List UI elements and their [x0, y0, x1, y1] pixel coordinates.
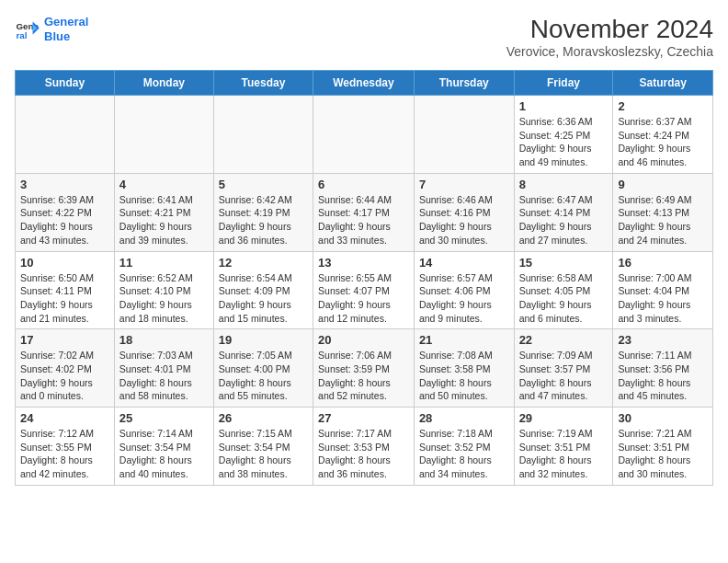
day-number: 1 [519, 99, 609, 113]
day-info: Sunrise: 7:06 AM Sunset: 3:59 PM Dayligh… [318, 349, 409, 403]
day-number: 21 [419, 333, 509, 347]
calendar-cell: 21Sunrise: 7:08 AM Sunset: 3:58 PM Dayli… [414, 329, 514, 408]
calendar-cell: 24Sunrise: 7:12 AM Sunset: 3:55 PM Dayli… [16, 408, 115, 486]
day-number: 30 [618, 411, 708, 425]
weekday-header-sunday: Sunday [16, 71, 115, 96]
day-number: 7 [419, 178, 509, 191]
day-number: 9 [618, 178, 708, 191]
day-info: Sunrise: 6:58 AM Sunset: 4:05 PM Dayligh… [519, 271, 609, 326]
day-number: 13 [318, 256, 409, 270]
calendar-week-3: 10Sunrise: 6:50 AM Sunset: 4:11 PM Dayli… [16, 251, 713, 329]
day-number: 4 [119, 178, 209, 191]
day-number: 10 [20, 256, 109, 270]
day-number: 22 [519, 333, 609, 347]
day-info: Sunrise: 6:57 AM Sunset: 4:06 PM Dayligh… [419, 271, 509, 326]
day-number: 28 [419, 411, 509, 425]
day-number: 14 [419, 256, 509, 270]
day-number: 15 [519, 256, 609, 270]
calendar-cell: 27Sunrise: 7:17 AM Sunset: 3:53 PM Dayli… [313, 408, 415, 486]
calendar-cell: 29Sunrise: 7:19 AM Sunset: 3:51 PM Dayli… [514, 408, 613, 486]
day-info: Sunrise: 7:09 AM Sunset: 3:57 PM Dayligh… [519, 349, 609, 403]
day-info: Sunrise: 7:00 AM Sunset: 4:04 PM Dayligh… [618, 271, 708, 326]
calendar-cell: 13Sunrise: 6:55 AM Sunset: 4:07 PM Dayli… [313, 251, 415, 329]
day-number: 2 [618, 99, 708, 113]
calendar-week-4: 17Sunrise: 7:02 AM Sunset: 4:02 PM Dayli… [16, 329, 713, 408]
calendar-cell [414, 96, 514, 174]
page-title: November 2024 [506, 15, 713, 44]
day-info: Sunrise: 7:18 AM Sunset: 3:52 PM Dayligh… [419, 427, 509, 481]
logo: Gene ral General Blue [15, 15, 88, 43]
day-info: Sunrise: 7:05 AM Sunset: 4:00 PM Dayligh… [219, 349, 308, 403]
day-number: 6 [318, 178, 409, 191]
day-info: Sunrise: 6:42 AM Sunset: 4:19 PM Dayligh… [219, 193, 308, 247]
page-subtitle: Verovice, Moravskoslezsky, Czechia [506, 44, 713, 59]
day-info: Sunrise: 7:08 AM Sunset: 3:58 PM Dayligh… [419, 349, 509, 403]
weekday-header-monday: Monday [114, 71, 213, 96]
day-info: Sunrise: 7:11 AM Sunset: 3:56 PM Dayligh… [618, 349, 708, 403]
day-info: Sunrise: 6:46 AM Sunset: 4:16 PM Dayligh… [419, 193, 509, 247]
title-area: November 2024 Verovice, Moravskoslezsky,… [506, 15, 713, 59]
day-number: 24 [20, 411, 109, 425]
day-info: Sunrise: 7:12 AM Sunset: 3:55 PM Dayligh… [20, 427, 109, 481]
calendar-cell: 14Sunrise: 6:57 AM Sunset: 4:06 PM Dayli… [414, 251, 514, 329]
calendar-cell: 12Sunrise: 6:54 AM Sunset: 4:09 PM Dayli… [213, 251, 313, 329]
calendar-cell: 26Sunrise: 7:15 AM Sunset: 3:54 PM Dayli… [213, 408, 313, 486]
calendar-cell: 8Sunrise: 6:47 AM Sunset: 4:14 PM Daylig… [514, 173, 613, 251]
calendar-cell: 28Sunrise: 7:18 AM Sunset: 3:52 PM Dayli… [414, 408, 514, 486]
calendar-cell: 6Sunrise: 6:44 AM Sunset: 4:17 PM Daylig… [313, 173, 415, 251]
day-info: Sunrise: 7:03 AM Sunset: 4:01 PM Dayligh… [119, 349, 209, 403]
calendar-cell: 19Sunrise: 7:05 AM Sunset: 4:00 PM Dayli… [213, 329, 313, 408]
calendar-cell: 17Sunrise: 7:02 AM Sunset: 4:02 PM Dayli… [16, 329, 115, 408]
calendar-cell: 10Sunrise: 6:50 AM Sunset: 4:11 PM Dayli… [16, 251, 115, 329]
day-number: 5 [219, 178, 308, 191]
calendar-cell: 20Sunrise: 7:06 AM Sunset: 3:59 PM Dayli… [313, 329, 415, 408]
day-info: Sunrise: 6:52 AM Sunset: 4:10 PM Dayligh… [119, 271, 209, 326]
day-number: 25 [119, 411, 209, 425]
day-info: Sunrise: 6:54 AM Sunset: 4:09 PM Dayligh… [219, 271, 308, 326]
day-info: Sunrise: 6:55 AM Sunset: 4:07 PM Dayligh… [318, 271, 409, 326]
day-number: 16 [618, 256, 708, 270]
header: Gene ral General Blue November 2024 Vero… [15, 15, 713, 59]
day-number: 26 [219, 411, 308, 425]
day-info: Sunrise: 7:14 AM Sunset: 3:54 PM Dayligh… [119, 427, 209, 481]
weekday-header-saturday: Saturday [613, 71, 713, 96]
day-number: 3 [20, 178, 109, 191]
calendar-cell [16, 96, 115, 174]
day-number: 12 [219, 256, 308, 270]
day-number: 29 [519, 411, 609, 425]
day-info: Sunrise: 7:02 AM Sunset: 4:02 PM Dayligh… [20, 349, 109, 403]
day-info: Sunrise: 7:15 AM Sunset: 3:54 PM Dayligh… [219, 427, 308, 481]
weekday-header-friday: Friday [514, 71, 613, 96]
calendar-cell: 18Sunrise: 7:03 AM Sunset: 4:01 PM Dayli… [114, 329, 213, 408]
day-info: Sunrise: 6:44 AM Sunset: 4:17 PM Dayligh… [318, 193, 409, 247]
calendar-cell: 23Sunrise: 7:11 AM Sunset: 3:56 PM Dayli… [613, 329, 713, 408]
day-info: Sunrise: 6:50 AM Sunset: 4:11 PM Dayligh… [20, 271, 109, 326]
calendar-cell: 1Sunrise: 6:36 AM Sunset: 4:25 PM Daylig… [514, 96, 613, 174]
calendar-cell: 30Sunrise: 7:21 AM Sunset: 3:51 PM Dayli… [613, 408, 713, 486]
calendar-week-1: 1Sunrise: 6:36 AM Sunset: 4:25 PM Daylig… [16, 96, 713, 174]
day-number: 18 [119, 333, 209, 347]
calendar-cell: 9Sunrise: 6:49 AM Sunset: 4:13 PM Daylig… [613, 173, 713, 251]
day-number: 11 [119, 256, 209, 270]
weekday-header-thursday: Thursday [414, 71, 514, 96]
calendar-cell: 5Sunrise: 6:42 AM Sunset: 4:19 PM Daylig… [213, 173, 313, 251]
calendar-week-2: 3Sunrise: 6:39 AM Sunset: 4:22 PM Daylig… [16, 173, 713, 251]
day-info: Sunrise: 6:39 AM Sunset: 4:22 PM Dayligh… [20, 193, 109, 247]
day-number: 8 [519, 178, 609, 191]
calendar-cell: 25Sunrise: 7:14 AM Sunset: 3:54 PM Dayli… [114, 408, 213, 486]
day-info: Sunrise: 6:47 AM Sunset: 4:14 PM Dayligh… [519, 193, 609, 247]
calendar-cell [213, 96, 313, 174]
svg-text:ral: ral [16, 29, 27, 40]
calendar-cell: 4Sunrise: 6:41 AM Sunset: 4:21 PM Daylig… [114, 173, 213, 251]
calendar-cell: 16Sunrise: 7:00 AM Sunset: 4:04 PM Dayli… [613, 251, 713, 329]
logo-line1: General [44, 15, 88, 29]
weekday-header-wednesday: Wednesday [313, 71, 415, 96]
day-info: Sunrise: 6:37 AM Sunset: 4:24 PM Dayligh… [618, 115, 708, 169]
calendar-cell: 7Sunrise: 6:46 AM Sunset: 4:16 PM Daylig… [414, 173, 514, 251]
logo-icon: Gene ral [15, 17, 40, 42]
day-info: Sunrise: 7:19 AM Sunset: 3:51 PM Dayligh… [519, 427, 609, 481]
calendar-table: SundayMondayTuesdayWednesdayThursdayFrid… [15, 70, 713, 486]
logo-line2: Blue [44, 29, 70, 43]
day-info: Sunrise: 7:21 AM Sunset: 3:51 PM Dayligh… [618, 427, 708, 481]
calendar-week-5: 24Sunrise: 7:12 AM Sunset: 3:55 PM Dayli… [16, 408, 713, 486]
